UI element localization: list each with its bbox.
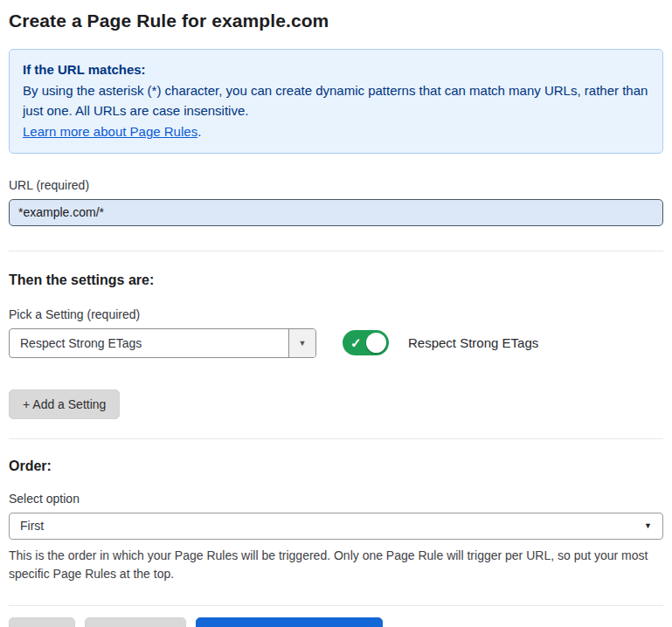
toggle-knob	[366, 333, 386, 353]
info-box-body: By using the asterisk (*) character, you…	[23, 80, 649, 121]
page-title: Create a Page Rule for example.com	[9, 10, 663, 31]
setting-picker-label: Pick a Setting (required)	[9, 307, 663, 321]
setting-toggle-label: Respect Strong ETags	[408, 335, 538, 350]
link-suffix: .	[197, 124, 201, 139]
info-box-link-row: Learn more about Page Rules.	[23, 121, 649, 142]
url-input[interactable]	[9, 199, 663, 226]
chevron-down-icon: ▼	[644, 521, 652, 530]
add-setting-button[interactable]: + Add a Setting	[9, 389, 120, 419]
url-field-label: URL (required)	[9, 178, 663, 192]
dropdown-arrow-icon[interactable]: ▼	[288, 329, 315, 357]
setting-row: Respect Strong ETags ▼ ✓ Respect Strong …	[9, 328, 663, 358]
footer-actions: Cancel Save as Draft Save and Deploy Pag…	[9, 617, 663, 627]
order-select[interactable]: First ▼	[9, 513, 663, 540]
save-deploy-button[interactable]: Save and Deploy Page Rule	[196, 617, 383, 627]
info-box-heading: If the URL matches:	[23, 59, 649, 80]
section-divider	[9, 438, 663, 439]
learn-more-link[interactable]: Learn more about Page Rules	[23, 124, 197, 139]
settings-section-heading: Then the settings are:	[9, 272, 663, 288]
order-select-value: First	[20, 519, 44, 533]
url-match-info-box: If the URL matches: By using the asteris…	[9, 49, 663, 154]
page-rule-form: Create a Page Rule for example.com If th…	[0, 0, 672, 627]
cancel-button[interactable]: Cancel	[9, 617, 75, 627]
setting-select[interactable]: Respect Strong ETags ▼	[9, 328, 316, 358]
setting-toggle[interactable]: ✓	[343, 330, 389, 355]
section-divider	[9, 251, 663, 251]
setting-select-value: Respect Strong ETags	[10, 329, 288, 357]
order-select-label: Select option	[9, 492, 663, 506]
order-section-heading: Order:	[9, 458, 663, 474]
order-help-text: This is the order in which your Page Rul…	[9, 547, 660, 584]
check-icon: ✓	[350, 334, 362, 350]
save-draft-button[interactable]: Save as Draft	[85, 617, 187, 627]
footer-divider	[9, 605, 663, 606]
